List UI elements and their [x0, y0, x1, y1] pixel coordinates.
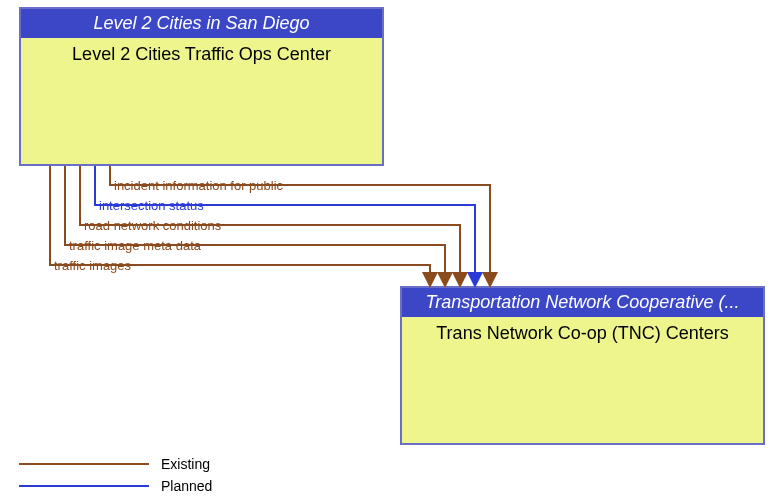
node-title: Trans Network Co-op (TNC) Centers — [402, 317, 763, 350]
flow-label: traffic images — [54, 258, 132, 273]
node-body-fill — [21, 71, 382, 164]
legend-row-existing: Existing — [19, 455, 212, 473]
flow-label: incident information for public — [114, 178, 284, 193]
node-title: Level 2 Cities Traffic Ops Center — [21, 38, 382, 71]
node-header: Transportation Network Cooperative (... — [402, 288, 763, 317]
legend: Existing Planned — [19, 455, 212, 499]
legend-row-planned: Planned — [19, 477, 212, 495]
flow-label: road network conditions — [84, 218, 222, 233]
flow-label: intersection status — [99, 198, 204, 213]
node-level2-cities-traffic-ops: Level 2 Cities in San Diego Level 2 Citi… — [19, 7, 384, 166]
legend-label-planned: Planned — [161, 478, 212, 494]
legend-label-existing: Existing — [161, 456, 210, 472]
legend-swatch-existing — [19, 463, 149, 465]
flow-label: traffic image meta data — [69, 238, 202, 253]
node-body-fill — [402, 350, 763, 443]
legend-swatch-planned — [19, 485, 149, 487]
node-tnc-centers: Transportation Network Cooperative (... … — [400, 286, 765, 445]
node-header: Level 2 Cities in San Diego — [21, 9, 382, 38]
